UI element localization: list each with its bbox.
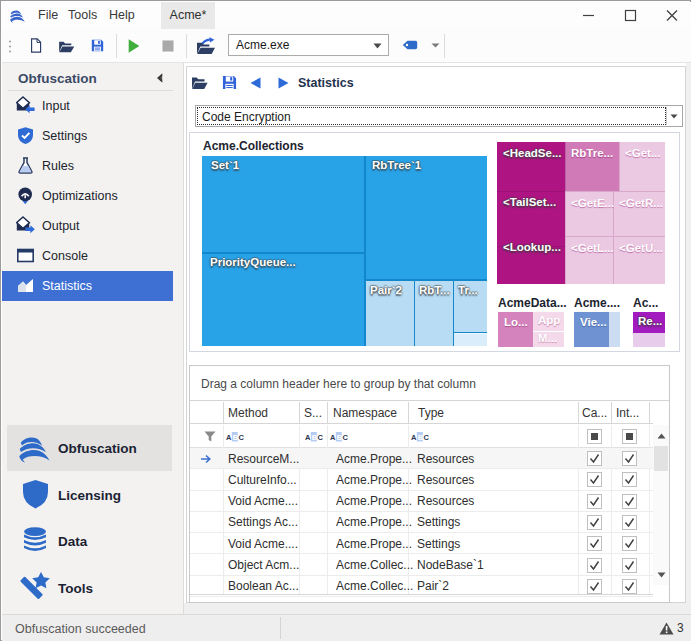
svg-text:C: C	[239, 433, 244, 442]
svg-text:A: A	[305, 433, 311, 442]
svg-text:C: C	[343, 433, 348, 442]
svg-text:A: A	[411, 433, 417, 442]
svg-text:C: C	[424, 433, 429, 442]
svg-text:A: A	[330, 433, 336, 442]
svg-text:C: C	[318, 433, 323, 442]
svg-text:A: A	[226, 433, 232, 442]
